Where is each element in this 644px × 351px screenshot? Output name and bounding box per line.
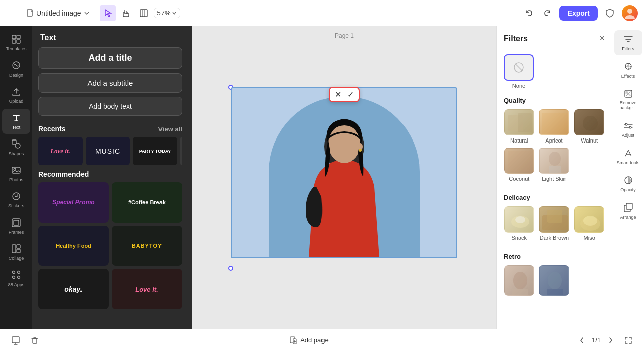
document-title[interactable]: Untitled image xyxy=(26,9,90,17)
sidebar-item-design[interactable]: Design xyxy=(2,56,30,82)
filter-item-coconut[interactable]: Coconut xyxy=(504,148,535,182)
view-all-recents[interactable]: View all xyxy=(158,125,182,133)
canvas-element[interactable] xyxy=(231,87,457,268)
filter-item-snack[interactable]: Snack xyxy=(504,206,535,241)
recents-grid: Love it. MUSIC PARTY TODAY xyxy=(38,137,182,165)
svg-point-22 xyxy=(13,276,15,279)
next-page-button[interactable] xyxy=(605,334,617,346)
hand-tool[interactable] xyxy=(118,5,134,21)
delete-page-button[interactable] xyxy=(27,333,42,348)
page-indicator: 1/1 xyxy=(592,336,601,344)
rec-item-loveit2[interactable]: Love it. xyxy=(112,269,182,309)
filters-title: Filters xyxy=(504,34,528,43)
svg-point-2 xyxy=(627,9,632,14)
sidebar-item-photos[interactable]: Photos xyxy=(2,161,30,186)
sidebar-item-frames[interactable]: Frames xyxy=(2,214,30,239)
rec-item-okay[interactable]: okay. xyxy=(38,269,109,309)
redo-button[interactable] xyxy=(539,5,555,21)
svg-rect-68 xyxy=(33,338,37,343)
rec-item-coffee-break[interactable]: #Coffee Break xyxy=(112,182,182,223)
right-item-filters[interactable]: Filters xyxy=(614,30,642,55)
filter-thumb-snack xyxy=(504,206,534,233)
shield-button[interactable] xyxy=(602,5,618,21)
deselect-button[interactable]: ✕ xyxy=(335,90,341,99)
sidebar-item-templates[interactable]: Templates xyxy=(2,30,30,55)
right-label-opacity: Opacity xyxy=(620,187,636,192)
filter-item-apricot[interactable]: Apricot xyxy=(539,109,570,144)
recents-scroll-right[interactable] xyxy=(180,137,182,165)
right-item-remove-bg[interactable]: Remove backgr... xyxy=(614,85,642,115)
quality-filter-grid-2: Coconut Light Skin xyxy=(504,148,605,182)
zoom-chevron-icon xyxy=(172,11,177,16)
svg-point-12 xyxy=(13,193,20,200)
undo-button[interactable] xyxy=(521,5,537,21)
rec-item-babytoy[interactable]: BABYTOY xyxy=(112,226,182,266)
arch-container xyxy=(269,96,420,257)
sidebar-label-templates: Templates xyxy=(6,46,26,51)
filter-walnut-label: Walnut xyxy=(581,137,598,144)
resize-tool[interactable] xyxy=(136,5,152,21)
undo-redo-group xyxy=(521,5,555,21)
sidebar-item-stickers[interactable]: Stickers xyxy=(2,187,30,213)
sidebar-item-shapes[interactable]: Shapes xyxy=(2,135,30,160)
sidebar-item-apps[interactable]: 88 Apps xyxy=(2,266,30,291)
close-icon-label: × xyxy=(599,33,605,44)
export-button[interactable]: Export xyxy=(559,6,598,21)
rec-healthy-text: Healthy Food xyxy=(56,243,91,249)
filter-item-lightskin[interactable]: Light Skin xyxy=(539,148,570,182)
prev-page-button[interactable] xyxy=(576,334,588,346)
sidebar-item-upload[interactable]: Upload xyxy=(2,83,30,108)
right-item-opacity[interactable]: Opacity xyxy=(614,171,642,196)
filter-item-miso[interactable]: Miso xyxy=(574,206,605,241)
select-tool[interactable] xyxy=(100,5,116,21)
image-frame[interactable] xyxy=(231,87,457,258)
next-page-icon xyxy=(607,337,614,344)
filter-item-natural[interactable]: Natural xyxy=(504,109,535,144)
page-label: Page 1 xyxy=(335,32,354,39)
recent-item-loveit[interactable]: Love it. xyxy=(38,137,83,165)
zoom-control[interactable]: 57% xyxy=(154,8,180,18)
svg-point-14 xyxy=(17,195,18,196)
resize-handle-bl[interactable] xyxy=(228,266,233,271)
retro-label: Retro xyxy=(504,253,605,260)
right-label-arrange: Arrange xyxy=(620,215,636,220)
quality-section: Quality Natural xyxy=(497,91,612,188)
topbar: Untitled image 57% xyxy=(0,0,644,26)
recent-item-music[interactable]: MUSIC xyxy=(86,137,130,165)
svg-point-59 xyxy=(627,65,629,68)
svg-rect-5 xyxy=(12,40,16,43)
rec-item-special-promo[interactable]: Special Promo xyxy=(38,182,109,223)
filter-item-walnut[interactable]: Walnut xyxy=(574,109,605,144)
right-item-arrange[interactable]: Arrange xyxy=(614,198,642,224)
sidebar-item-text[interactable]: Text xyxy=(2,109,30,134)
right-item-effects[interactable]: Effects xyxy=(614,57,642,83)
panel-resize-handle[interactable] xyxy=(188,26,192,329)
rec-item-healthy-food[interactable]: Healthy Food xyxy=(38,226,109,266)
fullscreen-button[interactable] xyxy=(621,333,636,348)
filter-item-retro2[interactable] xyxy=(539,265,570,296)
sidebar-item-collage[interactable]: Collage xyxy=(2,240,30,265)
add-body-button[interactable]: Add body text xyxy=(38,97,182,116)
filters-close-button[interactable]: × xyxy=(599,33,605,44)
fullscreen-icon xyxy=(624,336,632,344)
svg-rect-35 xyxy=(542,113,568,134)
right-item-smart-tools[interactable]: Smart tools xyxy=(614,144,642,169)
add-title-button[interactable]: Add a title xyxy=(38,47,182,69)
app-logo[interactable] xyxy=(6,5,22,21)
svg-point-26 xyxy=(328,125,360,163)
rec-babytoy-text: BABYTOY xyxy=(132,243,163,249)
filter-item-none[interactable]: None xyxy=(504,54,534,89)
filter-item-darkbrown[interactable]: Dark Brown xyxy=(539,206,570,241)
user-avatar[interactable] xyxy=(622,5,638,21)
svg-rect-3 xyxy=(12,35,16,39)
present-button[interactable] xyxy=(8,333,23,348)
add-page-button[interactable]: Add page xyxy=(285,334,333,346)
confirm-button[interactable]: ✓ xyxy=(347,90,354,99)
add-page-icon xyxy=(289,336,297,344)
right-item-adjust[interactable]: Adjust xyxy=(614,117,642,142)
canvas-area[interactable]: Page 1 ✕ ✓ xyxy=(192,26,496,329)
svg-line-30 xyxy=(515,64,522,71)
filter-item-retro1[interactable] xyxy=(504,265,535,296)
recent-item-party[interactable]: PARTY TODAY xyxy=(133,137,177,165)
add-subtitle-button[interactable]: Add a subtitle xyxy=(38,73,182,93)
